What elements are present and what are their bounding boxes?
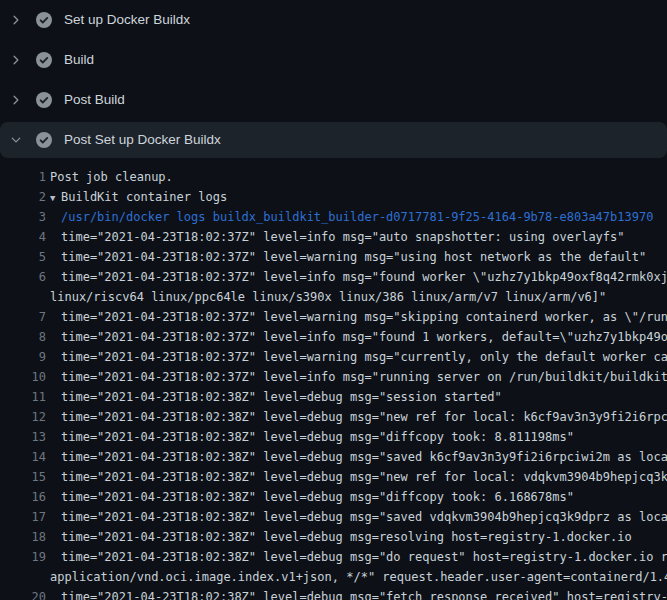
log-line: 5time="2021-04-23T18:02:37Z" level=warni… bbox=[0, 247, 667, 267]
log-text-content: time="2021-04-23T18:02:38Z" level=debug … bbox=[61, 450, 667, 464]
log-text-content: time="2021-04-23T18:02:38Z" level=debug … bbox=[61, 390, 502, 404]
log-line-number[interactable]: 3 bbox=[0, 207, 46, 227]
log-text: time="2021-04-23T18:02:37Z" level=info m… bbox=[61, 327, 667, 347]
log-text-content: time="2021-04-23T18:02:38Z" level=debug … bbox=[61, 590, 667, 600]
log-line: 16time="2021-04-23T18:02:38Z" level=debu… bbox=[0, 487, 667, 507]
log-lines: 1Post job cleanup.2▼BuildKit container l… bbox=[0, 160, 667, 600]
log-text: time="2021-04-23T18:02:38Z" level=debug … bbox=[61, 587, 667, 600]
log-line: 7time="2021-04-23T18:02:37Z" level=warni… bbox=[0, 307, 667, 327]
log-line: 10time="2021-04-23T18:02:37Z" level=info… bbox=[0, 367, 667, 387]
log-line-number[interactable]: 10 bbox=[0, 367, 46, 387]
log-line: 9time="2021-04-23T18:02:37Z" level=warni… bbox=[0, 347, 667, 367]
log-line-number[interactable]: 9 bbox=[0, 347, 46, 367]
step-row[interactable]: Post Set up Docker Buildx bbox=[0, 120, 667, 160]
step-header[interactable]: Post Build bbox=[0, 82, 667, 118]
log-text-content: /usr/bin/docker logs buildx_buildkit_bui… bbox=[61, 210, 653, 224]
log-line-number[interactable]: 1 bbox=[0, 167, 46, 187]
log-text-content: time="2021-04-23T18:02:38Z" level=debug … bbox=[61, 530, 632, 544]
log-line-number[interactable]: 12 bbox=[0, 407, 46, 427]
check-circle-icon bbox=[36, 92, 52, 108]
log-text: time="2021-04-23T18:02:38Z" level=debug … bbox=[61, 547, 667, 567]
log-line-number[interactable]: 2 bbox=[0, 187, 46, 207]
collapse-toggle-icon[interactable]: ▼ bbox=[50, 188, 61, 208]
log-line: 3/usr/bin/docker logs buildx_buildkit_bu… bbox=[0, 207, 667, 227]
log-line-number[interactable]: 6 bbox=[0, 267, 46, 287]
log-text: time="2021-04-23T18:02:38Z" level=debug … bbox=[61, 427, 574, 447]
step-header[interactable]: Build bbox=[0, 42, 667, 78]
log-text: time="2021-04-23T18:02:37Z" level=warnin… bbox=[61, 347, 667, 367]
log-command-text: /usr/bin/docker logs buildx_buildkit_bui… bbox=[61, 207, 653, 227]
log-line: 4time="2021-04-23T18:02:37Z" level=info … bbox=[0, 227, 667, 247]
log-line: 2▼BuildKit container logs bbox=[0, 187, 667, 207]
step-row[interactable]: Build bbox=[0, 40, 667, 80]
log-text-content: time="2021-04-23T18:02:38Z" level=debug … bbox=[61, 430, 574, 444]
log-text: time="2021-04-23T18:02:38Z" level=debug … bbox=[61, 467, 667, 487]
log-text-content: BuildKit container logs bbox=[61, 190, 227, 204]
chevron-right-icon bbox=[8, 12, 24, 28]
log-text-content: time="2021-04-23T18:02:37Z" level=info m… bbox=[61, 370, 667, 384]
log-text-content: linux/riscv64 linux/ppc64le linux/s390x … bbox=[50, 290, 606, 304]
log-line: 19time="2021-04-23T18:02:38Z" level=debu… bbox=[0, 547, 667, 567]
log-text: application/vnd.oci.image.index.v1+json,… bbox=[50, 567, 667, 587]
log-line-continuation: linux/riscv64 linux/ppc64le linux/s390x … bbox=[0, 287, 667, 307]
log-line-number[interactable]: 7 bbox=[0, 307, 46, 327]
log-text: time="2021-04-23T18:02:38Z" level=debug … bbox=[61, 507, 667, 527]
log-line-number[interactable]: 13 bbox=[0, 427, 46, 447]
log-text: time="2021-04-23T18:02:38Z" level=debug … bbox=[61, 407, 667, 427]
step-row[interactable]: Post Build bbox=[0, 80, 667, 120]
chevron-right-icon bbox=[8, 52, 24, 68]
log-text-content: time="2021-04-23T18:02:38Z" level=debug … bbox=[61, 550, 667, 564]
log-line: 18time="2021-04-23T18:02:38Z" level=debu… bbox=[0, 527, 667, 547]
log-text: time="2021-04-23T18:02:38Z" level=debug … bbox=[61, 447, 667, 467]
log-line: 12time="2021-04-23T18:02:38Z" level=debu… bbox=[0, 407, 667, 427]
log-line: 14time="2021-04-23T18:02:38Z" level=debu… bbox=[0, 447, 667, 467]
log-text: time="2021-04-23T18:02:37Z" level=warnin… bbox=[61, 307, 667, 327]
log-line-number[interactable]: 20 bbox=[0, 587, 46, 600]
check-circle-icon bbox=[36, 12, 52, 28]
log-text: ▼BuildKit container logs bbox=[50, 187, 227, 207]
log-line-continuation: application/vnd.oci.image.index.v1+json,… bbox=[0, 567, 667, 587]
log-line-number[interactable]: 5 bbox=[0, 247, 46, 267]
steps-list: Set up Docker BuildxBuildPost BuildPost … bbox=[0, 0, 667, 160]
step-header[interactable]: Set up Docker Buildx bbox=[0, 2, 667, 38]
log-line-number[interactable]: 17 bbox=[0, 507, 46, 527]
log-text: time="2021-04-23T18:02:37Z" level=info m… bbox=[61, 367, 667, 387]
chevron-down-icon bbox=[8, 132, 24, 148]
log-text-content: time="2021-04-23T18:02:38Z" level=debug … bbox=[61, 470, 667, 484]
actions-log-viewer: Set up Docker BuildxBuildPost BuildPost … bbox=[0, 0, 667, 600]
log-line-number[interactable]: 4 bbox=[0, 227, 46, 247]
log-text-content: Post job cleanup. bbox=[50, 170, 173, 184]
log-text-content: time="2021-04-23T18:02:38Z" level=debug … bbox=[61, 490, 574, 504]
log-text: time="2021-04-23T18:02:38Z" level=debug … bbox=[61, 527, 632, 547]
log-line-number[interactable]: 15 bbox=[0, 467, 46, 487]
log-line-number[interactable]: 8 bbox=[0, 327, 46, 347]
chevron-right-icon bbox=[8, 92, 24, 108]
log-line: 17time="2021-04-23T18:02:38Z" level=debu… bbox=[0, 507, 667, 527]
log-line: 6time="2021-04-23T18:02:37Z" level=info … bbox=[0, 267, 667, 287]
step-label: Post Build bbox=[64, 92, 125, 108]
log-line-number bbox=[0, 287, 46, 307]
log-line: 8time="2021-04-23T18:02:37Z" level=info … bbox=[0, 327, 667, 347]
log-line: 13time="2021-04-23T18:02:38Z" level=debu… bbox=[0, 427, 667, 447]
log-text: Post job cleanup. bbox=[50, 167, 173, 187]
log-text-content: time="2021-04-23T18:02:37Z" level=info m… bbox=[61, 270, 667, 284]
step-label: Set up Docker Buildx bbox=[64, 12, 190, 28]
step-row[interactable]: Set up Docker Buildx bbox=[0, 0, 667, 40]
log-line-number[interactable]: 16 bbox=[0, 487, 46, 507]
log-text: time="2021-04-23T18:02:38Z" level=debug … bbox=[61, 487, 574, 507]
step-label: Post Set up Docker Buildx bbox=[64, 132, 221, 148]
log-line: 11time="2021-04-23T18:02:38Z" level=debu… bbox=[0, 387, 667, 407]
log-text: time="2021-04-23T18:02:37Z" level=info m… bbox=[61, 227, 625, 247]
log-line-number[interactable]: 18 bbox=[0, 527, 46, 547]
log-text-content: time="2021-04-23T18:02:37Z" level=info m… bbox=[61, 330, 667, 344]
step-header[interactable]: Post Set up Docker Buildx bbox=[0, 122, 667, 158]
log-text-content: time="2021-04-23T18:02:38Z" level=debug … bbox=[61, 510, 667, 524]
log-line-number[interactable]: 19 bbox=[0, 547, 46, 567]
log-line-number[interactable]: 11 bbox=[0, 387, 46, 407]
log-text-content: time="2021-04-23T18:02:37Z" level=warnin… bbox=[61, 310, 667, 324]
log-text-content: time="2021-04-23T18:02:37Z" level=warnin… bbox=[61, 250, 646, 264]
log-line: 20time="2021-04-23T18:02:38Z" level=debu… bbox=[0, 587, 667, 600]
log-line-number[interactable]: 14 bbox=[0, 447, 46, 467]
log-text: linux/riscv64 linux/ppc64le linux/s390x … bbox=[50, 287, 606, 307]
log-text-content: time="2021-04-23T18:02:38Z" level=debug … bbox=[61, 410, 667, 424]
